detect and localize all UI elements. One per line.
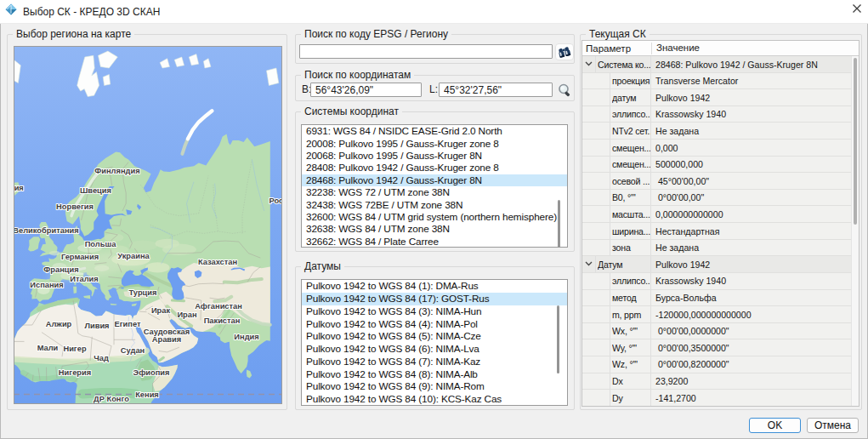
title-bar: Выбор СК - КРЕДО 3D СКАН xyxy=(0,0,868,24)
datum-list-scrollbar[interactable] xyxy=(557,305,559,373)
list-item[interactable]: 32438: WGS 72BE / UTM zone 38N xyxy=(302,198,567,210)
table-row[interactable]: Wy, °'" 0°00'00,3500000" xyxy=(582,339,859,356)
table-row[interactable]: осевой ... 45°00'00,00" xyxy=(582,173,859,190)
expand-chevron-icon[interactable] xyxy=(585,261,593,266)
epsg-search-input[interactable] xyxy=(299,44,553,59)
l-field-label: L: xyxy=(429,83,438,95)
table-row[interactable]: смещен...0,000 xyxy=(582,140,859,157)
param-value: Transverse Mercator xyxy=(655,76,738,86)
list-item[interactable]: Pulkovo 1942 to WGS 84 (9): NIMA-Rom xyxy=(302,380,567,393)
table-row[interactable]: смещен...500000,000 xyxy=(582,157,859,174)
epsg-search-group-label: Поиск по коду EPSG / Региону xyxy=(301,28,451,40)
region-map[interactable]: ИсландияФинляндияШвецияНорвегияРоссияВел… xyxy=(14,46,282,404)
table-row[interactable]: Dx23,9200 xyxy=(582,373,859,391)
list-item[interactable]: Pulkovo 1942 to WGS 84 (5): NIMA-Cze xyxy=(302,330,567,343)
expand-chevron-icon[interactable] xyxy=(585,61,593,66)
param-name: масшта... xyxy=(612,209,651,220)
table-row[interactable]: ширина...Нестандартная xyxy=(582,223,859,240)
b-coordinate-input[interactable] xyxy=(310,83,422,97)
map-label: Норвегия xyxy=(56,202,94,211)
table-row[interactable]: датумPulkovo 1942 xyxy=(582,89,859,106)
param-name: Wx, °'" xyxy=(612,326,651,336)
table-scrollbar[interactable] xyxy=(851,56,859,406)
list-item[interactable]: Pulkovo 1942 to WGS 84 (7): NIMA-Kaz xyxy=(302,356,567,368)
table-row[interactable]: ДатумPulkovo 1942 xyxy=(582,256,859,273)
list-item[interactable]: Pulkovo 1942 to WGS 84 (1): DMA-Rus xyxy=(302,280,567,293)
list-item[interactable]: Pulkovo 1942 to WGS 84 (3): NIMA-Hun xyxy=(302,305,567,318)
table-row[interactable]: методБурса-Вольфа xyxy=(582,290,859,307)
map-label: Великобритания xyxy=(14,226,79,235)
param-name: метод xyxy=(612,293,651,303)
param-value: 0°00'00,8200000" xyxy=(655,359,729,369)
param-name: эллипсо... xyxy=(612,109,651,119)
list-item[interactable]: Pulkovo 1942 to WGS 84 (10): KCS-Kaz Cas xyxy=(302,393,567,406)
table-row[interactable]: B0, °'" 0°00'00,00" xyxy=(582,190,859,207)
epsg-search-button[interactable] xyxy=(555,43,574,60)
table-row[interactable]: Dy-141,2700 xyxy=(582,390,859,407)
map-label: Ливия xyxy=(84,322,109,330)
current-cs-table[interactable]: Параметр Значение Система ко...28468: Pu… xyxy=(582,40,859,407)
list-item[interactable]: 32638: WGS 84 / UTM zone 38N xyxy=(302,223,567,235)
param-value: Krassowsky 1940 xyxy=(655,109,726,119)
map-region-group: Выбор региона на карте ИсландияФинляндия… xyxy=(7,34,287,410)
table-row[interactable]: зонаНе задана xyxy=(582,240,859,257)
list-item[interactable]: 32238: WGS 72 / UTM zone 38N xyxy=(302,186,567,198)
param-value: -141,2700 xyxy=(655,393,696,403)
datum-list-group: Датумы Pulkovo 1942 to WGS 84 (1): DMA-R… xyxy=(295,266,575,410)
table-row[interactable]: эллипсо...Krassowsky 1940 xyxy=(582,273,859,290)
param-name: зона xyxy=(612,242,651,253)
map-label: Ирак xyxy=(151,306,171,315)
param-value: Нестандартная xyxy=(655,226,719,237)
l-coordinate-input[interactable] xyxy=(439,83,553,97)
list-item[interactable]: Pulkovo 1942 to WGS 84 (17): GOST-Rus xyxy=(302,293,567,305)
list-item[interactable]: Pulkovo 1942 to WGS 84 (4): NIMA-Pol xyxy=(302,317,567,330)
param-name: смещен... xyxy=(612,159,651,169)
param-value: 23,9200 xyxy=(655,376,688,386)
ok-button[interactable]: OK xyxy=(749,418,801,433)
table-row[interactable]: эллипсо...Krassowsky 1940 xyxy=(582,106,859,123)
param-value: Не задана xyxy=(655,242,699,253)
map-label: Пакистан xyxy=(204,316,241,325)
list-item[interactable]: 32600: WGS 84 / UTM grid system (norther… xyxy=(302,211,567,223)
param-name: осевой ... xyxy=(612,176,651,186)
list-item[interactable]: 28468: Pulkovo 1942 / Gauss-Kruger 8N xyxy=(302,174,567,186)
map-label: Нигерия xyxy=(59,368,91,377)
param-value: 28468: Pulkovo 1942 / Gauss-Kruger 8N xyxy=(655,60,818,70)
table-row[interactable]: проекцияTransverse Mercator xyxy=(582,73,859,90)
param-value: Krassowsky 1940 xyxy=(655,276,726,286)
table-row[interactable]: масшта...0,000000000000 xyxy=(582,206,859,223)
list-item[interactable]: 6931: WGS 84 / NSIDC EASE-Grid 2.0 North xyxy=(302,125,567,137)
list-item[interactable]: Pulkovo 1942 to WGS 84 (6): NIMA-Lva xyxy=(302,343,567,356)
table-row[interactable]: Wx, °'" 0°00'00,0000000" xyxy=(582,323,859,340)
close-icon[interactable] xyxy=(851,3,863,14)
table-row[interactable]: NTv2 сет...Не задана xyxy=(582,123,859,140)
epsg-search-group: Поиск по коду EPSG / Региону xyxy=(295,34,575,64)
map-label: Судан xyxy=(121,346,145,355)
coord-search-button[interactable] xyxy=(555,82,574,99)
list-item[interactable]: Pulkovo 1942 to WGS 84 (8): NIMA-Alb xyxy=(302,368,567,380)
column-param-header: Параметр xyxy=(586,43,631,54)
table-scrollbar-thumb[interactable] xyxy=(854,58,857,225)
table-row[interactable]: Wz, °'" 0°00'00,8200000" xyxy=(582,356,859,373)
map-label: Аравия xyxy=(152,335,181,344)
param-name: Wz, °'" xyxy=(612,359,651,369)
table-row[interactable]: Система ко...28468: Pulkovo 1942 / Gauss… xyxy=(582,56,859,73)
cs-listbox[interactable]: 6931: WGS 84 / NSIDC EASE-Grid 2.0 North… xyxy=(301,124,568,248)
param-name: Wy, °'" xyxy=(612,343,651,353)
datum-listbox[interactable]: Pulkovo 1942 to WGS 84 (1): DMA-RusPulko… xyxy=(301,279,568,406)
list-item[interactable]: 20008: Pulkovo 1995 / Gauss-Kruger zone … xyxy=(302,137,567,149)
cancel-button[interactable]: Отмена xyxy=(807,418,859,433)
magnifier-icon xyxy=(558,83,572,97)
list-item[interactable]: 20068: Pulkovo 1995 / Gauss-Kruger 8N xyxy=(302,150,567,162)
cs-list-scrollbar[interactable] xyxy=(558,200,560,248)
map-region-group-label: Выбор региона на карте xyxy=(13,28,134,40)
map-label: Исландия xyxy=(14,184,24,192)
list-item[interactable]: 28408: Pulkovo 1942 / Gauss-Kruger zone … xyxy=(302,162,567,174)
table-row[interactable]: m, ppm-120000,000000000000 xyxy=(582,306,859,323)
param-name: B0, °'" xyxy=(612,192,651,202)
list-item[interactable]: 32662: WGS 84 / Plate Carree xyxy=(302,236,567,248)
param-name: ширина... xyxy=(612,226,651,237)
param-name: эллипсо... xyxy=(612,276,651,286)
param-name: Dx xyxy=(612,376,651,386)
param-value: 0°00'00,3500000" xyxy=(655,343,729,353)
